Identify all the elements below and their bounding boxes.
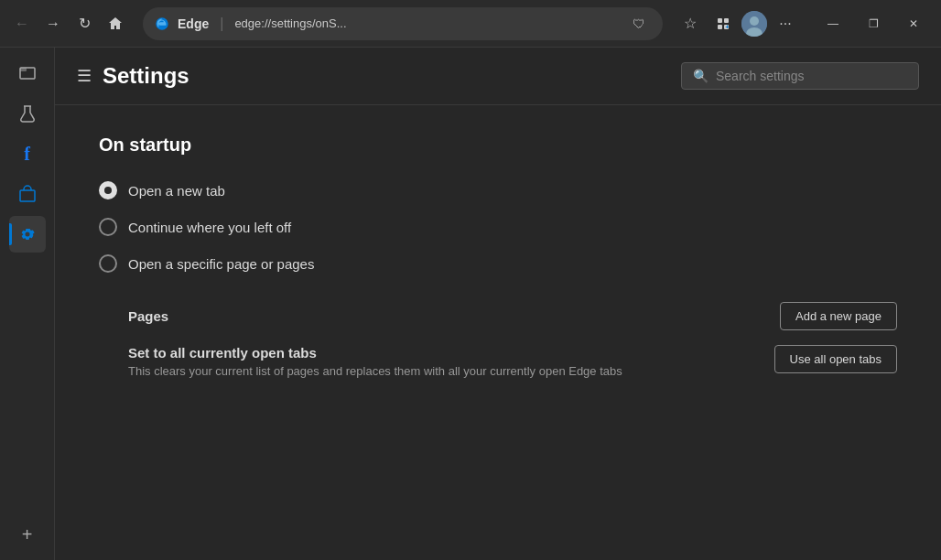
refresh-button[interactable]: ↻: [70, 9, 99, 38]
option-specific[interactable]: Open a specific page or pages: [99, 254, 897, 273]
use-all-open-tabs-button[interactable]: Use all open tabs: [774, 345, 897, 373]
address-icons: 🛡: [626, 11, 652, 37]
address-separator: |: [220, 16, 223, 32]
svg-rect-9: [20, 68, 27, 71]
address-url: edge://settings/onS...: [234, 16, 619, 30]
close-button[interactable]: ✕: [893, 9, 934, 38]
pages-row: Pages Add a new page: [128, 302, 897, 330]
set-tabs-text: Set to all currently open tabs This clea…: [128, 345, 760, 378]
radio-continue: [99, 218, 117, 236]
radio-specific: [99, 254, 117, 273]
settings-header: ☰ Settings 🔍: [55, 48, 941, 105]
settings-page-title: Settings: [103, 63, 189, 89]
set-tabs-title: Set to all currently open tabs: [128, 345, 760, 361]
edge-logo-icon: [154, 16, 170, 32]
window-controls: — ❐ ✕: [813, 9, 934, 38]
address-title: Edge: [178, 16, 209, 31]
svg-rect-0: [718, 18, 722, 23]
option-new-tab-label: Open a new tab: [128, 183, 225, 199]
sidebar-item-settings[interactable]: [9, 216, 46, 253]
option-specific-label: Open a specific page or pages: [128, 256, 314, 272]
add-new-page-button[interactable]: Add a new page: [780, 302, 897, 330]
startup-options: Open a new tab Continue where you left o…: [99, 181, 897, 273]
option-continue-label: Continue where you left off: [128, 220, 291, 235]
set-tabs-desc: This clears your current list of pages a…: [128, 364, 760, 378]
sidebar-item-shopping[interactable]: [9, 176, 46, 212]
svg-rect-1: [724, 18, 729, 23]
titlebar: ← → ↻ Edge | edge://settings/onS... 🛡 ☆: [0, 0, 941, 48]
minimize-button[interactable]: —: [813, 9, 853, 38]
section-title: On startup: [99, 135, 897, 156]
address-bar[interactable]: Edge | edge://settings/onS... 🛡: [143, 7, 663, 40]
collections-icon[interactable]: +: [708, 9, 738, 38]
search-settings-input[interactable]: [716, 69, 907, 83]
sidebar: f +: [0, 48, 55, 560]
sidebar-add-button[interactable]: +: [9, 516, 46, 553]
hamburger-menu-icon[interactable]: ☰: [77, 66, 92, 86]
shield-icon[interactable]: 🛡: [626, 11, 652, 37]
option-continue[interactable]: Continue where you left off: [99, 218, 897, 236]
search-settings-box[interactable]: 🔍: [681, 62, 919, 90]
toolbar-icons: ☆ + ···: [676, 9, 800, 38]
set-tabs-row: Set to all currently open tabs This clea…: [128, 345, 897, 378]
profile-avatar[interactable]: [741, 11, 767, 37]
sidebar-item-facebook[interactable]: f: [9, 135, 46, 172]
home-button[interactable]: [101, 9, 130, 38]
svg-point-6: [750, 16, 759, 26]
svg-text:+: +: [726, 24, 730, 30]
main-layout: f + ☰ Settings 🔍: [0, 48, 941, 560]
nav-buttons: ← → ↻: [7, 9, 130, 38]
settings-body: On startup Open a new tab Continue where…: [55, 105, 941, 560]
option-new-tab[interactable]: Open a new tab: [99, 181, 897, 199]
radio-new-tab: [99, 181, 117, 199]
svg-rect-2: [718, 25, 722, 29]
settings-header-left: ☰ Settings: [77, 63, 189, 89]
favorites-icon[interactable]: ☆: [676, 9, 705, 38]
sidebar-item-labs[interactable]: [9, 95, 46, 132]
back-button[interactable]: ←: [7, 9, 37, 38]
restore-button[interactable]: ❐: [853, 9, 893, 38]
search-icon: 🔍: [693, 69, 708, 83]
svg-rect-11: [20, 190, 35, 201]
forward-button[interactable]: →: [38, 9, 68, 38]
settings-content: ☰ Settings 🔍 On startup Open a new tab: [55, 48, 941, 560]
pages-section: Pages Add a new page Set to all currentl…: [128, 302, 897, 378]
more-button[interactable]: ···: [771, 9, 800, 38]
pages-label: Pages: [128, 308, 168, 324]
sidebar-item-tabs[interactable]: [9, 55, 46, 92]
